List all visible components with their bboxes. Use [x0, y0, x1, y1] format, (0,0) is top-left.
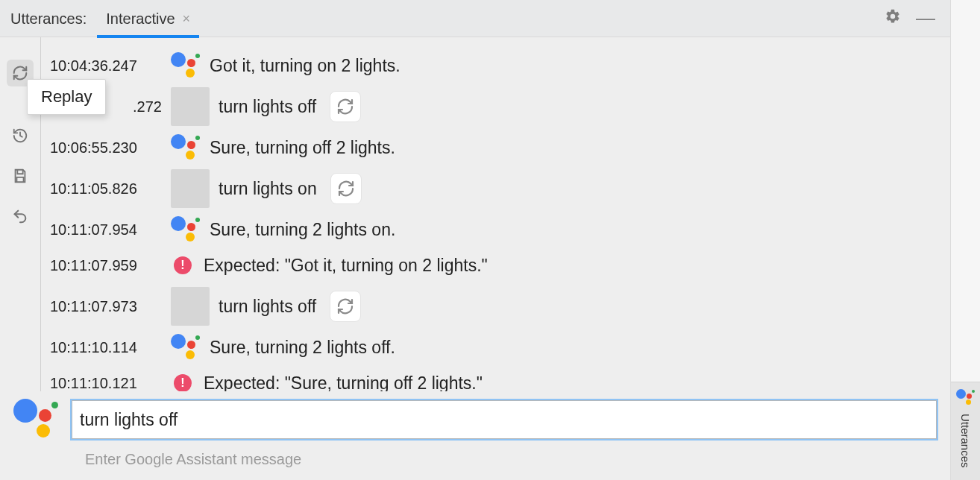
save-button[interactable] — [7, 162, 34, 189]
assistant-logo-icon — [171, 215, 201, 244]
warn-message: Expected: "Got it, turning on 2 lights." — [204, 256, 488, 276]
left-gutter: Replay — [0, 37, 40, 391]
user-message: turn lights on — [219, 179, 317, 199]
warning-icon: ! — [174, 374, 192, 391]
assistant-message: Sure, turning 2 lights on. — [210, 220, 395, 240]
timestamp: 10:11:07.973 — [50, 298, 162, 315]
assistant-message: Sure, turning off 2 lights. — [210, 138, 395, 158]
message-input[interactable] — [72, 400, 937, 439]
log-row: 10:11:07.959!Expected: "Got it, turning … — [50, 250, 941, 280]
tab-bar: Utterances: Interactive × — — [0, 0, 950, 37]
tab-interactive-label: Interactive — [106, 0, 175, 37]
warn-message: Expected: "Sure, turning off 2 lights." — [204, 373, 483, 392]
input-area: Enter Google Assistant message — [0, 391, 950, 480]
log-row: 10:11:07.954Sure, turning 2 lights on. — [50, 215, 941, 244]
conversation-log: 10:04:36.247Got it, turning on 2 lights.… — [40, 37, 950, 391]
assistant-message: Sure, turning 2 lights off. — [210, 338, 395, 358]
timestamp: 10:11:05.826 — [50, 180, 162, 198]
utterances-panel-tab[interactable]: Utterances — [951, 382, 980, 480]
right-rail: Utterances — [950, 0, 980, 480]
timestamp: 10:06:55.230 — [50, 139, 162, 157]
user-message: turn lights off — [219, 297, 316, 317]
gear-icon[interactable] — [877, 8, 908, 29]
log-row: 10:11:10.114Sure, turning 2 lights off. — [50, 332, 941, 362]
assistant-logo-icon — [13, 397, 58, 442]
log-row: .272turn lights off — [50, 86, 941, 127]
timestamp: 10:11:07.959 — [50, 257, 162, 274]
log-row: 10:04:36.247Got it, turning on 2 lights. — [50, 51, 941, 80]
user-avatar — [171, 87, 210, 126]
timestamp: 10:11:10.121 — [50, 375, 162, 392]
utterances-label: Utterances: — [7, 0, 97, 37]
user-message: turn lights off — [219, 97, 316, 117]
timestamp: 10:11:10.114 — [50, 339, 162, 356]
log-row: 10:11:05.826turn lights on — [50, 168, 941, 209]
utterances-panel-label: Utterances — [959, 414, 972, 468]
timestamp: 10:04:36.247 — [50, 57, 162, 75]
input-helper-text: Enter Google Assistant message — [85, 451, 937, 468]
assistant-logo-icon — [171, 332, 201, 362]
log-row: 10:11:10.121!Expected: "Sure, turning of… — [50, 368, 941, 391]
close-icon[interactable]: × — [183, 0, 191, 37]
log-row: 10:06:55.230Sure, turning off 2 lights. — [50, 133, 941, 162]
timestamp: 10:11:07.954 — [50, 221, 162, 239]
tab-interactive[interactable]: Interactive × — [97, 0, 199, 37]
replay-icon[interactable] — [330, 173, 362, 204]
undo-button[interactable] — [7, 203, 34, 230]
replay-tooltip: Replay — [27, 79, 106, 115]
assistant-logo-icon — [171, 51, 201, 80]
assistant-message: Got it, turning on 2 lights. — [210, 56, 401, 76]
replay-icon[interactable] — [330, 91, 361, 122]
log-row: 10:11:07.973turn lights off — [50, 286, 941, 326]
history-button[interactable] — [7, 122, 34, 149]
user-avatar — [171, 169, 210, 208]
minimize-icon[interactable]: — — [908, 7, 943, 30]
assistant-logo-icon — [956, 388, 976, 408]
assistant-logo-icon — [171, 133, 201, 162]
warning-icon: ! — [174, 256, 192, 274]
replay-icon[interactable] — [330, 291, 361, 322]
user-avatar — [171, 287, 210, 326]
